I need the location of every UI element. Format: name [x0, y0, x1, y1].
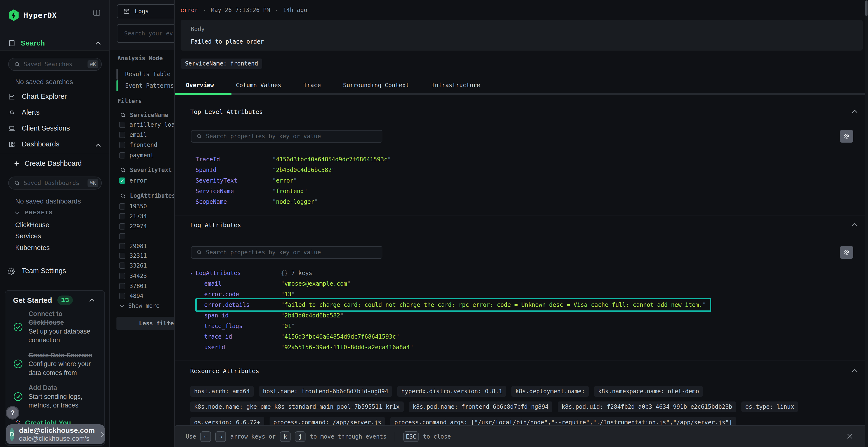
sidebar-item-dashboards[interactable]: Dashboards — [8, 140, 59, 148]
get-started-collapse-chevron-icon[interactable] — [89, 298, 95, 303]
filter-option[interactable]: 37801 — [119, 281, 147, 291]
checkbox[interactable] — [119, 223, 125, 230]
filter-option[interactable]: 22974 — [119, 221, 147, 231]
service-name-tag[interactable]: ServiceName: frontend — [181, 59, 262, 69]
search-collapse-chevron-icon[interactable] — [95, 41, 101, 46]
search-icon[interactable] — [120, 167, 126, 173]
sidebar-item-alerts[interactable]: Alerts — [8, 108, 39, 116]
bell-icon — [8, 109, 16, 116]
resource-tag[interactable]: os.type: linux — [741, 402, 798, 412]
sidebar-item-search[interactable]: Search — [8, 39, 45, 47]
attribute-row-highlighted[interactable]: error.details"failed to charge card: cou… — [195, 298, 711, 312]
section-collapse-chevron-icon[interactable] — [851, 222, 858, 227]
log-attributes-root[interactable]: ▾ LogAttributes {} 7 keys — [190, 268, 711, 278]
help-button[interactable]: ? — [6, 406, 19, 419]
scrollbar[interactable] — [865, 0, 868, 447]
source-selector-button[interactable]: Logs — [117, 4, 174, 18]
saved-searches-input[interactable]: Saved Searches ⌘K — [8, 58, 102, 71]
resource-tag[interactable]: k8s.pod.uid: f284fb2d-a0b3-4634-991b-e2c… — [558, 402, 736, 412]
filter-option[interactable]: 4894 — [119, 291, 144, 301]
filter-option[interactable]: payment — [119, 150, 154, 160]
attribute-row[interactable]: ServiceName"frontend" — [195, 186, 391, 197]
preset-kubernetes[interactable]: Kubernetes — [15, 244, 50, 252]
checkbox[interactable] — [119, 233, 125, 239]
attribute-row[interactable]: trace_flags"01" — [190, 321, 711, 332]
checkbox[interactable] — [119, 132, 125, 138]
checkbox[interactable] — [119, 203, 125, 209]
attribute-row[interactable]: email"vmoses@example.com" — [190, 278, 711, 289]
log-attributes-search-input[interactable]: Search properties by key or value — [191, 246, 382, 259]
scrollbar-thumb[interactable] — [865, 0, 868, 16]
tab-overview[interactable]: Overview — [186, 79, 214, 91]
preset-clickhouse[interactable]: ClickHouse — [15, 221, 50, 229]
filter-option[interactable]: artillery-loa — [119, 120, 174, 130]
user-account-button[interactable]: D dale@clickhouse.com dale@clickhouse.co… — [6, 424, 105, 444]
checkbox[interactable] — [119, 253, 125, 259]
search-icon[interactable] — [120, 193, 126, 199]
top-level-settings-button[interactable] — [840, 130, 853, 143]
filter-option[interactable]: email — [119, 130, 147, 140]
dashboards-collapse-chevron-icon[interactable] — [95, 143, 101, 148]
checkbox[interactable] — [119, 243, 125, 249]
resource-tag[interactable]: k8s.namespace.name: otel-demo — [594, 386, 703, 397]
resource-tag[interactable]: k8s.deployment.name: — [512, 386, 589, 397]
top-level-search-input[interactable]: Search properties by key or value — [191, 130, 382, 143]
attribute-row[interactable]: userId"92a55156-39a4-11f0-8ddd-a2eca416a… — [190, 342, 711, 353]
get-started-step[interactable]: Connect to ClickHouse Set up your databa… — [13, 309, 97, 345]
saved-dashboards-input[interactable]: Saved Dashboards ⌘K — [8, 176, 102, 190]
create-dashboard-button[interactable]: Create Dashboard — [13, 160, 82, 167]
attribute-row[interactable]: trace_id"4156d3fbc40a64854d9dc7f68641593… — [190, 332, 711, 342]
filter-option[interactable]: 34423 — [119, 271, 147, 281]
resource-tag[interactable]: k8s.pod.name: frontend-6b6c8d7bfd-ng894 — [409, 402, 553, 412]
filter-option[interactable]: error — [119, 176, 147, 185]
attribute-row[interactable]: TraceId"4156d3fbc40a64854d9dc7f68641593c… — [195, 154, 391, 165]
filter-option[interactable]: 32311 — [119, 251, 147, 261]
tab-infrastructure[interactable]: Infrastructure — [431, 79, 480, 91]
get-started-step[interactable]: Add Data Start sending logs, metrics, or… — [13, 383, 97, 410]
filter-option[interactable]: 29081 — [119, 241, 147, 251]
show-more-button[interactable]: Show more — [119, 303, 160, 309]
less-filters-button[interactable]: Less filters — [117, 317, 174, 330]
attribute-row[interactable]: SpanId"2b43d0c4dd6bc582" — [195, 165, 391, 175]
attribute-row[interactable]: SeverityText"error" — [195, 175, 391, 186]
mode-event-patterns[interactable]: Event Patterns — [117, 80, 174, 91]
sidebar-item-chart-explorer[interactable]: Chart Explorer — [8, 93, 67, 100]
sidebar-item-team-settings[interactable]: Team Settings — [8, 267, 66, 275]
brand[interactable]: HyperDX — [8, 9, 57, 21]
attribute-row[interactable]: ScopeName"node-logger" — [195, 197, 391, 207]
filter-option[interactable]: frontend — [119, 140, 157, 150]
resource-tag[interactable]: host.name: frontend-6b6c8d7bfd-ng894 — [259, 386, 392, 397]
tab-trace[interactable]: Trace — [303, 79, 321, 91]
checkbox-checked[interactable] — [119, 177, 125, 184]
checkbox[interactable] — [119, 122, 125, 128]
sidebar-collapse-button[interactable] — [93, 9, 101, 17]
get-started-step[interactable]: Create Data Sources Configure where your… — [13, 351, 97, 377]
presets-toggle[interactable]: PRESETS — [14, 209, 53, 216]
filter-option[interactable]: 33261 — [119, 261, 147, 271]
close-icon[interactable] — [846, 432, 854, 440]
search-icon[interactable] — [120, 112, 126, 118]
checkbox[interactable] — [119, 142, 125, 148]
section-collapse-chevron-icon[interactable] — [851, 368, 858, 373]
checkbox[interactable] — [119, 273, 125, 279]
checkbox[interactable] — [119, 263, 125, 269]
filter-option[interactable]: 19350 — [119, 202, 147, 211]
resource-tag[interactable]: hyperdx.distro.version: 0.8.1 — [397, 386, 506, 397]
section-collapse-chevron-icon[interactable] — [851, 109, 858, 114]
checkbox[interactable] — [119, 213, 125, 219]
attribute-row[interactable]: span_id"2b43d0c4dd6bc582" — [190, 310, 711, 321]
checkbox[interactable] — [119, 293, 125, 299]
mode-results-table[interactable]: Results Table — [117, 69, 170, 80]
filter-option[interactable]: 21734 — [119, 211, 147, 221]
filter-option[interactable] — [119, 232, 129, 241]
resource-tag[interactable]: k8s.node.name: gke-pme-k8s-standard-main… — [190, 402, 404, 412]
log-attributes-settings-button[interactable] — [840, 246, 853, 259]
tab-surrounding-context[interactable]: Surrounding Context — [343, 79, 409, 91]
checkbox[interactable] — [119, 283, 125, 289]
sidebar-item-client-sessions[interactable]: Client Sessions — [8, 124, 70, 132]
event-search-input[interactable]: Search your ev — [117, 24, 174, 43]
tab-column-values[interactable]: Column Values — [236, 79, 281, 91]
preset-services[interactable]: Services — [15, 232, 41, 240]
resource-tag[interactable]: host.arch: amd64 — [190, 386, 254, 397]
checkbox[interactable] — [119, 152, 125, 159]
